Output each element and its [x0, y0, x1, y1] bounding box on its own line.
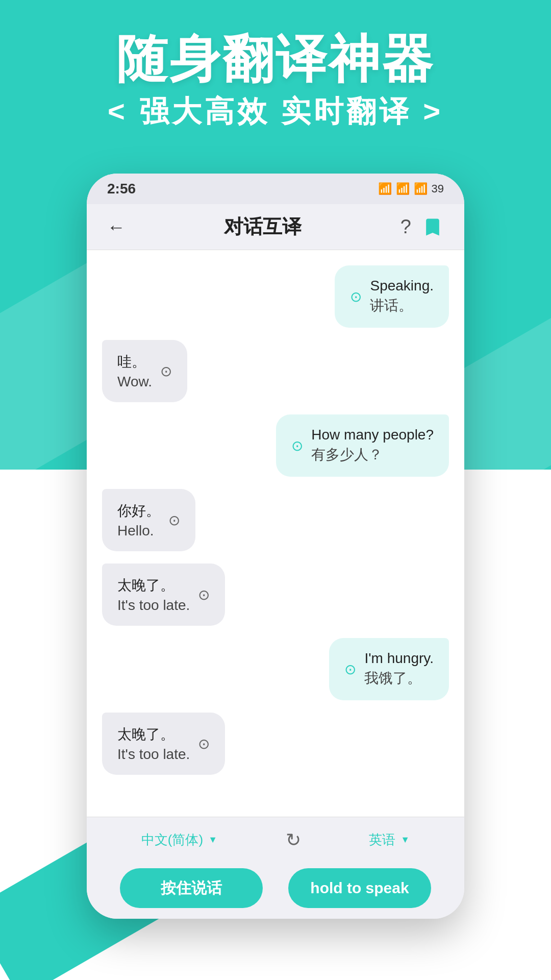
- status-bar: 2:56 📶 📶 📶 39: [87, 174, 464, 204]
- speaker-icon[interactable]: ⊙: [198, 586, 210, 603]
- bubble-text: 太晚了。 It's too late.: [117, 576, 190, 614]
- lang-bar: 中文(简体) ▼ ↻ 英语 ▼: [87, 817, 464, 863]
- list-item: 哇。 Wow. ⊙: [102, 340, 449, 402]
- bubble-right: ⊙ Speaking. 讲话。: [335, 265, 449, 328]
- list-item: ⊙ I'm hungry. 我饿了。: [102, 638, 449, 700]
- swap-icon[interactable]: ↻: [286, 829, 301, 851]
- battery-icon: 39: [432, 182, 444, 195]
- bubble-line1: I'm hungry.: [364, 650, 434, 667]
- speaker-icon[interactable]: ⊙: [198, 736, 210, 752]
- bubble-left: 你好。 Hello. ⊙: [102, 489, 195, 551]
- bubble-line1: 太晚了。: [117, 725, 190, 744]
- speak-left-button[interactable]: 按住说话: [120, 868, 263, 908]
- back-button[interactable]: ←: [107, 216, 126, 238]
- lang1-label: 中文(简体): [141, 831, 203, 849]
- lang2-arrow: ▼: [400, 835, 410, 845]
- speaker-icon[interactable]: ⊙: [291, 437, 303, 454]
- lang2-label: 英语: [369, 831, 395, 849]
- speak-bar: 按住说话 hold to speak: [87, 863, 464, 919]
- bubble-text: 哇。 Wow.: [117, 352, 152, 390]
- wifi-icon: 📶: [414, 182, 428, 195]
- list-item: ⊙ How many people? 有多少人？: [102, 414, 449, 477]
- bluetooth-icon: 📶: [378, 182, 392, 195]
- bubble-text: 太晚了。 It's too late.: [117, 725, 190, 763]
- speaker-icon[interactable]: ⊙: [350, 288, 362, 305]
- bubble-right: ⊙ I'm hungry. 我饿了。: [329, 638, 449, 700]
- app-header: ← 对话互译 ?: [87, 204, 464, 250]
- lang1-arrow: ▼: [208, 835, 217, 845]
- bubble-line1: 哇。: [117, 352, 152, 372]
- bubble-line2: 有多少人？: [311, 445, 434, 464]
- list-item: 你好。 Hello. ⊙: [102, 489, 449, 551]
- speaker-icon[interactable]: ⊙: [160, 363, 172, 380]
- status-icons: 📶 📶 📶 39: [378, 182, 444, 195]
- phone-mockup: 2:56 📶 📶 📶 39 ← 对话互译 ? ⊙ Speaking. 讲话。: [87, 174, 464, 919]
- header-section: 随身翻译神器 < 强大高效 实时翻译 >: [0, 31, 551, 132]
- bubble-left: 哇。 Wow. ⊙: [102, 340, 187, 402]
- bubble-line2: Hello.: [117, 523, 160, 539]
- bubble-line2: It's too late.: [117, 597, 190, 614]
- bubble-left: 太晚了。 It's too late. ⊙: [102, 713, 225, 775]
- bubble-text: How many people? 有多少人？: [311, 427, 434, 464]
- app-title: 对话互译: [224, 214, 302, 240]
- list-item: ⊙ Speaking. 讲话。: [102, 265, 449, 328]
- bubble-left: 太晚了。 It's too late. ⊙: [102, 564, 225, 626]
- speaker-icon[interactable]: ⊙: [168, 512, 180, 529]
- bubble-line2: 我饿了。: [364, 669, 434, 688]
- list-item: 太晚了。 It's too late. ⊙: [102, 564, 449, 626]
- main-title: 随身翻译神器: [0, 31, 551, 87]
- sub-title: < 强大高效 实时翻译 >: [0, 92, 551, 132]
- bubble-text: Speaking. 讲话。: [370, 278, 434, 315]
- status-time: 2:56: [107, 181, 136, 197]
- bubble-text: 你好。 Hello.: [117, 501, 160, 539]
- list-item: 太晚了。 It's too late. ⊙: [102, 713, 449, 775]
- chat-area: ⊙ Speaking. 讲话。 哇。 Wow. ⊙ ⊙ H: [87, 250, 464, 817]
- help-icon[interactable]: ?: [400, 216, 411, 238]
- bubble-line1: 太晚了。: [117, 576, 190, 595]
- lang1-selector[interactable]: 中文(简体) ▼: [141, 831, 217, 849]
- header-right: ?: [400, 216, 444, 238]
- bookmark-icon[interactable]: [421, 216, 444, 238]
- lang2-selector[interactable]: 英语 ▼: [369, 831, 410, 849]
- bubble-text: I'm hungry. 我饿了。: [364, 650, 434, 688]
- bubble-line1: Speaking.: [370, 278, 434, 294]
- bubble-line2: It's too late.: [117, 746, 190, 763]
- bubble-line1: How many people?: [311, 427, 434, 443]
- bubble-line1: 你好。: [117, 501, 160, 521]
- speak-right-button[interactable]: hold to speak: [288, 868, 431, 908]
- bubble-line2: Wow.: [117, 374, 152, 390]
- signal-icon: 📶: [396, 182, 410, 195]
- bubble-right: ⊙ How many people? 有多少人？: [276, 414, 449, 477]
- bubble-line2: 讲话。: [370, 296, 434, 315]
- speaker-icon[interactable]: ⊙: [344, 661, 356, 678]
